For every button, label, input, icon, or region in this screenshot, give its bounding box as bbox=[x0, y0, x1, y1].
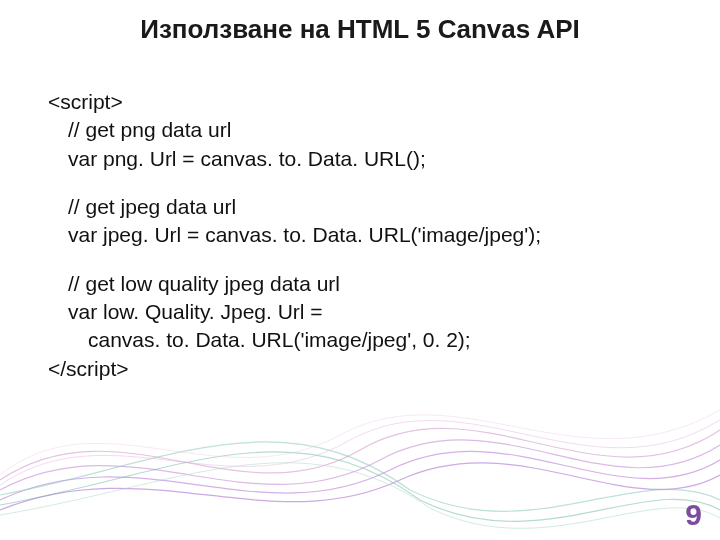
spacer bbox=[48, 250, 672, 270]
code-line: // get jpeg data url bbox=[48, 193, 672, 221]
slide: Използване на HTML 5 Canvas API <script>… bbox=[0, 0, 720, 540]
code-line: var jpeg. Url = canvas. to. Data. URL('i… bbox=[48, 221, 672, 249]
code-line: // get low quality jpeg data url bbox=[48, 270, 672, 298]
slide-title: Използване на HTML 5 Canvas API bbox=[0, 14, 720, 45]
page-number: 9 bbox=[685, 498, 702, 532]
code-line: var png. Url = canvas. to. Data. URL(); bbox=[48, 145, 672, 173]
code-line: canvas. to. Data. URL('image/jpeg', 0. 2… bbox=[48, 326, 672, 354]
code-line: <script> bbox=[48, 88, 672, 116]
code-line: // get png data url bbox=[48, 116, 672, 144]
code-line: </script> bbox=[48, 355, 672, 383]
spacer bbox=[48, 173, 672, 193]
code-line: var low. Quality. Jpeg. Url = bbox=[48, 298, 672, 326]
code-block: <script> // get png data url var png. Ur… bbox=[48, 88, 672, 383]
